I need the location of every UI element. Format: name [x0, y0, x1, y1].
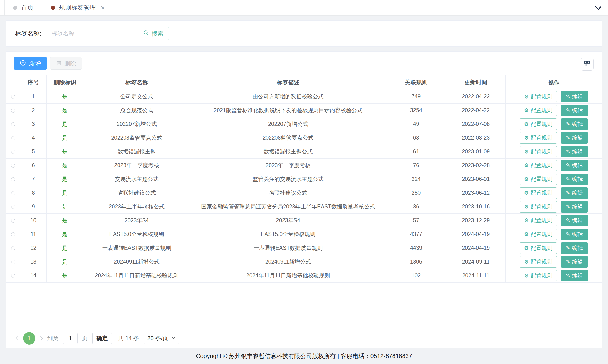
row-select-radio[interactable] — [11, 246, 15, 250]
cell-label-name: 2023年上半年考核公式 — [83, 200, 190, 214]
cell-select — [6, 255, 20, 269]
header-updated: 更新时间 — [446, 75, 506, 90]
row-select-radio[interactable] — [11, 122, 15, 126]
edit-button[interactable]: ✎编辑 — [561, 146, 588, 157]
table-row: 10 是 2023年S4 2023年S4 57 2023-12-29 ⚙配置规则… — [6, 214, 602, 227]
chevron-left-icon[interactable] — [14, 336, 20, 341]
gear-icon: ⚙ — [524, 108, 529, 113]
edit-button[interactable]: ✎编辑 — [561, 270, 588, 281]
cell-label-desc: 2023年S4 — [190, 214, 386, 227]
row-select-radio[interactable] — [11, 108, 15, 113]
config-rules-button[interactable]: ⚙配置规则 — [520, 118, 557, 130]
config-rules-button[interactable]: ⚙配置规则 — [520, 201, 557, 212]
edit-button[interactable]: ✎编辑 — [561, 229, 588, 240]
tab-home[interactable]: 首页 — [4, 0, 42, 15]
row-select-radio[interactable] — [11, 219, 15, 223]
row-select-radio[interactable] — [11, 274, 15, 278]
row-select-radio[interactable] — [11, 260, 15, 264]
chevron-down-icon — [171, 335, 176, 342]
tab-rule-label-management[interactable]: 规则标签管理 × — [42, 0, 114, 15]
cell-linked-rules: 68 — [386, 131, 446, 145]
row-select-radio[interactable] — [11, 95, 15, 99]
cell-delete-flag: 是 — [47, 117, 83, 131]
pencil-icon: ✎ — [566, 108, 570, 113]
goto-page-input[interactable] — [63, 333, 78, 344]
cell-label-desc: 一表通转EAST数据质量规则 — [190, 241, 386, 255]
page-size-select[interactable]: 20 条/页 — [144, 333, 179, 344]
config-rules-button[interactable]: ⚙配置规则 — [520, 270, 557, 281]
cell-label-desc: 由公司方新增的数据校验公式 — [190, 90, 386, 104]
config-rules-button[interactable]: ⚙配置规则 — [520, 229, 557, 240]
cell-actions: ⚙配置规则 ✎编辑 — [506, 241, 602, 255]
cell-select — [6, 131, 20, 145]
edit-button[interactable]: ✎编辑 — [561, 174, 588, 185]
cell-label-name: 20240911新增公式 — [83, 255, 190, 269]
config-rules-button[interactable]: ⚙配置规则 — [520, 132, 557, 144]
edit-button[interactable]: ✎编辑 — [561, 105, 588, 116]
config-rules-button[interactable]: ⚙配置规则 — [520, 105, 557, 116]
column-settings-button[interactable] — [581, 58, 594, 71]
search-button[interactable]: 搜索 — [138, 26, 169, 40]
config-rules-button[interactable]: ⚙配置规则 — [520, 187, 557, 199]
add-button[interactable]: 新增 — [13, 57, 47, 70]
chevron-down-icon[interactable] — [594, 3, 603, 13]
config-rules-button[interactable]: ⚙配置规则 — [520, 215, 557, 226]
edit-button[interactable]: ✎编辑 — [561, 256, 588, 268]
row-select-radio[interactable] — [11, 177, 15, 182]
label-name-input[interactable] — [47, 27, 133, 40]
header-linked-rules: 关联规则 — [386, 75, 446, 90]
cell-delete-flag: 是 — [47, 145, 83, 159]
goto-confirm-button[interactable]: 确定 — [92, 333, 112, 344]
config-rules-button[interactable]: ⚙配置规则 — [520, 160, 557, 171]
cell-label-desc: 2023年一季度考核 — [190, 159, 386, 172]
gear-icon: ⚙ — [524, 135, 529, 141]
table-header-row: 序号 删除标识 标签名称 标签描述 关联规则 更新时间 操作 — [6, 75, 602, 90]
cell-actions: ⚙配置规则 ✎编辑 — [506, 159, 602, 172]
page-number-1[interactable]: 1 — [23, 332, 35, 345]
copyright-footer: Copyright © 苏州银丰睿哲信息科技有限公司版权所有 | 客服电话：05… — [0, 348, 608, 364]
row-select-radio[interactable] — [11, 191, 15, 195]
delete-button[interactable]: 删除 — [50, 57, 82, 70]
edit-button[interactable]: ✎编辑 — [561, 118, 588, 130]
table-row: 2 是 总会规范公式 2021版监管标准化数据说明下发的检核规则目录内容校验公式… — [6, 104, 602, 117]
edit-button[interactable]: ✎编辑 — [561, 201, 588, 212]
cell-label-desc: 省联社建议公式 — [190, 186, 386, 200]
cell-updated: 2023-01-09 — [446, 145, 506, 159]
chevron-right-icon[interactable] — [39, 336, 44, 341]
edit-button[interactable]: ✎编辑 — [561, 215, 588, 226]
gear-icon: ⚙ — [524, 218, 529, 223]
row-select-radio[interactable] — [11, 136, 15, 140]
pencil-icon: ✎ — [566, 122, 570, 127]
header-label-name: 标签名称 — [83, 75, 190, 90]
header-delete-flag: 删除标识 — [47, 75, 83, 90]
config-rules-button[interactable]: ⚙配置规则 — [520, 146, 557, 157]
cell-updated: 2022-04-22 — [446, 90, 506, 104]
cell-linked-rules: 250 — [386, 186, 446, 200]
cell-select — [6, 200, 20, 214]
row-select-radio[interactable] — [11, 233, 15, 236]
close-icon[interactable]: × — [101, 4, 105, 11]
edit-button[interactable]: ✎编辑 — [561, 91, 588, 102]
cell-label-name: 2023年一季度考核 — [83, 159, 190, 172]
cell-updated: 2022-07-08 — [446, 117, 506, 131]
search-icon — [143, 30, 149, 37]
search-panel: 标签名称: 搜索 — [6, 20, 602, 47]
config-rules-button[interactable]: ⚙配置规则 — [520, 91, 557, 102]
cell-updated: 2022-08-23 — [446, 131, 506, 145]
trash-icon — [56, 60, 62, 67]
edit-button[interactable]: ✎编辑 — [561, 132, 588, 144]
edit-button[interactable]: ✎编辑 — [561, 160, 588, 171]
cell-linked-rules: 224 — [386, 172, 446, 186]
cell-label-desc: 20240911新增公式 — [190, 255, 386, 269]
cell-seq: 4 — [20, 131, 47, 145]
edit-button[interactable]: ✎编辑 — [561, 187, 588, 199]
row-select-radio[interactable] — [11, 150, 15, 154]
cell-select — [6, 172, 20, 186]
config-rules-button[interactable]: ⚙配置规则 — [520, 242, 557, 254]
row-select-radio[interactable] — [11, 164, 15, 168]
cell-label-desc: 2024年11月11日新增基础校验规则 — [190, 269, 386, 283]
edit-button[interactable]: ✎编辑 — [561, 242, 588, 254]
config-rules-button[interactable]: ⚙配置规则 — [520, 174, 557, 185]
row-select-radio[interactable] — [11, 205, 15, 209]
config-rules-button[interactable]: ⚙配置规则 — [520, 256, 557, 268]
